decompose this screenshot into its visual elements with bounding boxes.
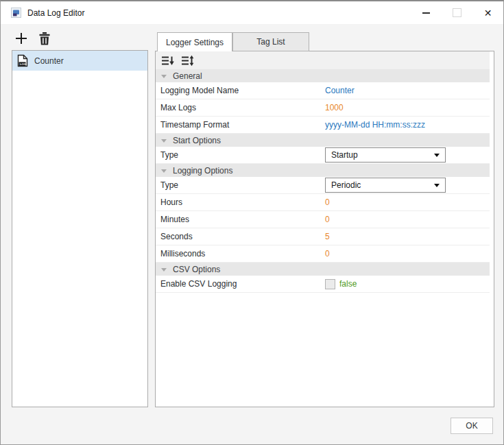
maximize-icon — [453, 8, 461, 17]
row-logging-type: Type Periodic — [156, 177, 490, 194]
timestamp-format-value[interactable]: yyyy-MM-dd HH:mm:ss:zzz — [325, 120, 425, 130]
max-logs-value[interactable]: 1000 — [325, 103, 344, 112]
svg-text:LOG: LOG — [20, 62, 26, 66]
prop-label: Milliseconds — [156, 249, 325, 258]
section-title: Logging Options — [173, 166, 232, 176]
enable-csv-logging-checkbox[interactable] — [325, 279, 335, 289]
minimize-button[interactable] — [411, 1, 442, 24]
section-general[interactable]: General — [156, 69, 490, 82]
section-title: General — [173, 71, 202, 81]
plus-icon — [14, 32, 28, 45]
row-timestamp-format: Timestamp Format yyyy-MM-dd HH:mm:ss:zzz — [156, 117, 490, 134]
add-logger-button[interactable] — [13, 30, 29, 47]
row-hours: Hours 0 — [156, 194, 490, 211]
property-grid-toolbar — [156, 51, 490, 69]
milliseconds-value[interactable]: 0 — [325, 249, 330, 258]
row-max-logs: Max Logs 1000 — [156, 99, 490, 117]
close-button[interactable]: ✕ — [472, 1, 503, 24]
sort-categorized-button[interactable] — [160, 54, 174, 67]
section-logging-options[interactable]: Logging Options — [156, 164, 490, 177]
seconds-value[interactable]: 5 — [325, 232, 330, 241]
enable-csv-logging-value: false — [339, 279, 357, 289]
chevron-down-icon — [434, 154, 440, 157]
prop-label: Seconds — [156, 232, 325, 241]
app-icon — [11, 8, 21, 18]
sort-categorized-icon — [161, 55, 174, 67]
prop-label: Logging Model Name — [156, 86, 325, 95]
logging-model-name-value[interactable]: Counter — [325, 86, 355, 95]
hours-value[interactable]: 0 — [325, 197, 330, 207]
logger-list-toolbar — [13, 30, 53, 47]
minutes-value[interactable]: 0 — [325, 215, 330, 224]
chevron-down-icon — [434, 184, 440, 187]
row-logging-model-name: Logging Model Name Counter — [156, 82, 490, 99]
collapse-triangle-icon — [161, 75, 167, 78]
collapse-triangle-icon — [161, 139, 167, 143]
sort-alphabetical-button[interactable] — [180, 54, 194, 67]
row-start-type: Type Startup — [156, 147, 490, 164]
title-bar: Data Log Editor ✕ — [1, 1, 503, 24]
row-milliseconds: Milliseconds 0 — [156, 245, 490, 263]
section-csv-options[interactable]: CSV Options — [156, 263, 490, 276]
logger-settings-panel: General Logging Model Name Counter Max L… — [155, 51, 494, 407]
section-start-options[interactable]: Start Options — [156, 134, 490, 147]
prop-label: Minutes — [156, 215, 325, 224]
prop-label: Type — [156, 180, 325, 190]
window-title: Data Log Editor — [27, 8, 84, 18]
section-title: CSV Options — [173, 265, 220, 274]
row-seconds: Seconds 5 — [156, 228, 490, 245]
ok-button[interactable]: OK — [451, 418, 493, 434]
collapse-triangle-icon — [161, 169, 167, 173]
logging-type-dropdown[interactable]: Periodic — [325, 178, 446, 193]
collapse-triangle-icon — [161, 268, 167, 272]
close-icon: ✕ — [484, 8, 492, 18]
prop-label: Enable CSV Logging — [156, 279, 325, 289]
section-title: Start Options — [173, 136, 221, 145]
data-log-editor-window: Data Log Editor ✕ — [0, 0, 504, 445]
dropdown-selected-value: Startup — [331, 150, 358, 160]
tab-logger-settings[interactable]: Logger Settings — [157, 32, 232, 51]
prop-label: Type — [156, 150, 325, 160]
log-document-icon: LOG — [17, 54, 28, 67]
maximize-button[interactable] — [442, 1, 472, 24]
start-type-dropdown[interactable]: Startup — [325, 147, 446, 163]
minimize-icon — [422, 12, 430, 14]
tab-tag-list[interactable]: Tag List — [232, 32, 309, 51]
sort-alphabetical-icon — [181, 55, 194, 67]
logger-list-item-counter[interactable]: LOG Counter — [12, 51, 147, 71]
dropdown-selected-value: Periodic — [331, 180, 361, 190]
row-enable-csv-logging: Enable CSV Logging false — [156, 276, 490, 293]
trash-icon — [38, 32, 51, 46]
logger-item-label: Counter — [34, 56, 64, 66]
prop-label: Hours — [156, 197, 325, 207]
prop-label: Max Logs — [156, 103, 325, 112]
prop-label: Timestamp Format — [156, 120, 325, 130]
delete-logger-button[interactable] — [36, 30, 53, 47]
row-minutes: Minutes 0 — [156, 211, 490, 228]
logger-list: LOG Counter — [12, 50, 148, 407]
